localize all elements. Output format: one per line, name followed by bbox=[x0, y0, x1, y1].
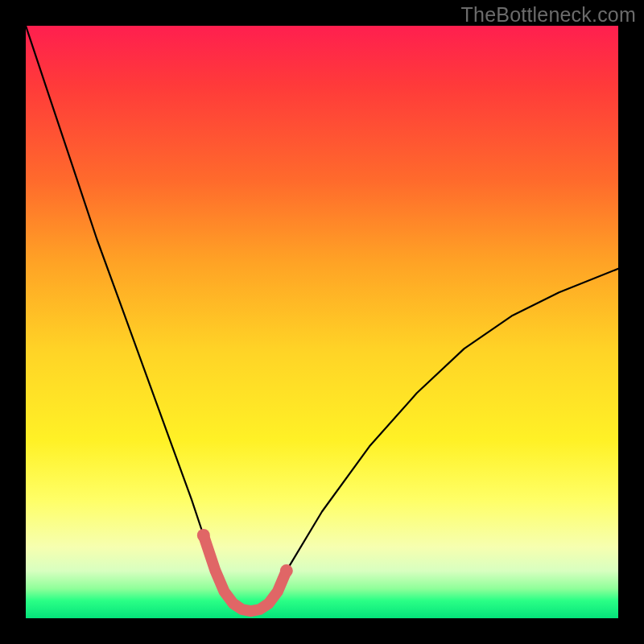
bottleneck-curve bbox=[26, 26, 618, 611]
plot-area bbox=[26, 26, 618, 618]
highlight-dot-start bbox=[197, 529, 210, 542]
bottleneck-highlight bbox=[204, 535, 287, 611]
chart-frame: TheBottleneck.com bbox=[0, 0, 644, 644]
curve-layer bbox=[26, 26, 618, 618]
watermark-text: TheBottleneck.com bbox=[461, 3, 636, 27]
highlight-dot-end bbox=[280, 564, 293, 577]
